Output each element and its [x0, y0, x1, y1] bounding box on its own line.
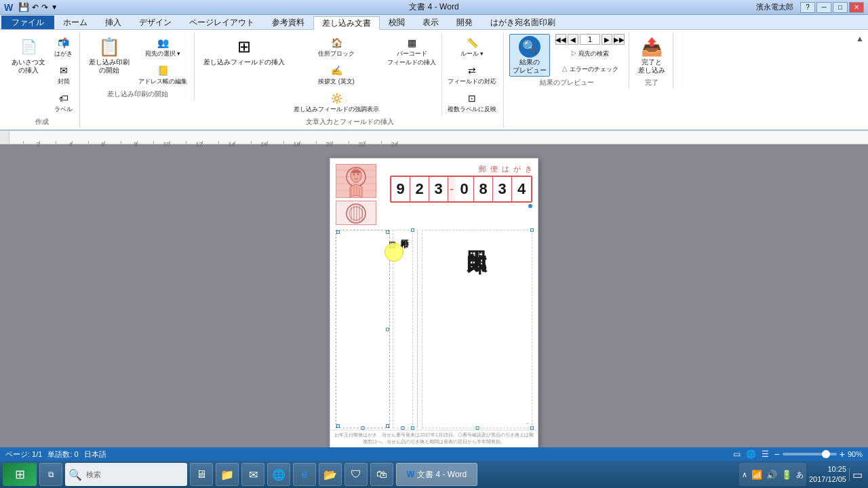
tab-insert[interactable]: 挿入 — [96, 16, 130, 29]
page-number-input[interactable] — [580, 34, 600, 45]
propagate-labels-label: 複数ラベルに反映 — [448, 105, 496, 114]
tab-references[interactable]: 参考資料 — [263, 16, 313, 29]
zoom-out-button[interactable]: − — [774, 449, 780, 460]
rules-button[interactable]: 📏 ルール ▾ — [445, 34, 499, 60]
select-recipients-label: 宛先の選択 ▾ — [145, 49, 181, 58]
ie-button[interactable]: e — [293, 463, 316, 486]
clock-date: 2017/12/05 — [809, 474, 846, 485]
match-fields-button[interactable]: ⇄ フィールドの対応 — [445, 62, 499, 88]
task-view-button[interactable]: ⧉ — [39, 463, 62, 486]
tab-view[interactable]: 表示 — [414, 16, 448, 29]
zoom-level[interactable]: 90% — [848, 450, 863, 458]
view-normal-icon[interactable]: ▭ — [733, 449, 741, 459]
mail-button[interactable]: ✉ — [241, 463, 264, 486]
tab-file[interactable]: ファイル — [1, 16, 54, 29]
maximize-button[interactable]: □ — [833, 2, 848, 13]
security-button[interactable]: 🛡 — [344, 463, 368, 486]
fields-group-content: ⊞ 差し込みフィールドの挿入 🏠 住所ブロック ✍ 挨拶文 (英文) 🔆 差し込… — [200, 34, 499, 116]
folder-button[interactable]: 📂 — [319, 463, 342, 486]
view-web-icon[interactable]: 🌐 — [746, 449, 756, 459]
edit-addressbook-button[interactable]: 📒 アドレス帳の編集 — [136, 62, 190, 88]
postal-digit-5: 8 — [474, 177, 493, 201]
zoom-slider-track[interactable] — [783, 453, 837, 455]
minimize-button[interactable]: ─ — [816, 2, 831, 13]
propagate-labels-icon: ⊡ — [465, 92, 479, 105]
find-recipient-button[interactable]: ▷ 宛先の検索 — [555, 47, 625, 60]
postcard-top: 郵 便 は が き 9 2 3 - 0 8 3 4 — [336, 164, 532, 225]
insert-field-icon: ⊞ — [233, 36, 255, 58]
create-group-content: 📄 あいさつ文の挿入 📬 はがき ✉ 封筒 🏷 ラベル — [8, 34, 75, 116]
redo-icon[interactable]: ↷ — [41, 3, 48, 12]
next-record-button[interactable]: ▶ — [601, 34, 612, 45]
browser-button[interactable]: 🌐 — [267, 463, 290, 486]
tab-mailings[interactable]: 差し込み文書 — [313, 16, 380, 30]
envelope-button[interactable]: ✉ 封筒 — [52, 62, 75, 88]
postal-code-box: 9 2 3 - 0 8 3 4 — [390, 176, 532, 203]
postcard-document: 郵 便 は が き 9 2 3 - 0 8 3 4 — [330, 158, 538, 470]
word-app-icon: W — [407, 470, 414, 479]
task-manager-button[interactable]: 🖥 — [190, 463, 213, 486]
tray-ime-icon[interactable]: あ — [796, 470, 804, 480]
zoom-in-button[interactable]: + — [840, 449, 845, 460]
greeting-line-button[interactable]: ✍ 挨拶文 (英文) — [291, 62, 382, 88]
finish-group-label: 完了 — [645, 78, 658, 87]
stamp-image-bottom — [336, 201, 376, 225]
label-button[interactable]: 🏷 ラベル — [52, 89, 75, 116]
clock-display[interactable]: 10:25 2017/12/05 — [809, 464, 846, 485]
ribbon-group-start: 📋 差し込み印刷の開始 👥 宛先の選択 ▾ 📒 アドレス帳の編集 差し込み印刷の… — [81, 33, 195, 100]
select-recipients-button[interactable]: 👥 宛先の選択 ▾ — [136, 34, 190, 60]
hagaki-icon: 📬 — [57, 36, 71, 49]
svg-point-7 — [357, 173, 359, 175]
postal-char-3: は — [502, 164, 509, 174]
dropdown-icon[interactable]: ▼ — [51, 3, 58, 11]
help-button[interactable]: ? — [800, 2, 815, 13]
word-taskbar-app[interactable]: W 文書 4 - Word — [396, 463, 477, 486]
tab-developer[interactable]: 開発 — [448, 16, 481, 29]
insert-field-button[interactable]: ⊞ 差し込みフィールドの挿入 — [200, 34, 288, 68]
search-button[interactable]: 🔍 検索 — [65, 463, 187, 486]
close-button[interactable]: ✕ — [849, 2, 864, 13]
explorer-button[interactable]: 📁 — [216, 463, 239, 486]
barcode-button[interactable]: ▦ バーコードフィールドの挿入 — [384, 34, 439, 69]
start-mailmerge-button[interactable]: 📋 差し込み印刷の開始 — [85, 34, 133, 77]
greeting-label: あいさつ文の挿入 — [12, 58, 45, 75]
zoom-bar: − + 90% — [774, 449, 863, 460]
prev-record-button[interactable]: ◀ — [568, 34, 578, 45]
tab-design[interactable]: デザイン — [130, 16, 180, 29]
address-block-button[interactable]: 🏠 住所ブロック — [291, 34, 382, 60]
hagaki-button[interactable]: 📬 はがき — [52, 34, 75, 60]
start-button[interactable]: ⊞ — [3, 463, 37, 486]
title-bar: W 💾 ↶ ↷ ▼ 文書 4 - Word 濱永電太郎 ? ─ □ ✕ — [0, 0, 868, 15]
check-errors-button[interactable]: △ エラーのチェック — [555, 63, 625, 76]
store-button[interactable]: 🛍 — [370, 463, 393, 486]
view-outline-icon[interactable]: ☰ — [762, 449, 769, 459]
tray-expand-icon[interactable]: ∧ — [742, 470, 747, 479]
tab-home[interactable]: ホーム — [54, 16, 96, 29]
propagate-labels-button[interactable]: ⊡ 複数ラベルに反映 — [445, 89, 499, 116]
word-logo-icon: W — [4, 2, 13, 13]
finish-merge-button[interactable]: 📤 完了と差し込み — [635, 34, 669, 77]
collapse-ribbon-button[interactable]: ▲ — [856, 34, 864, 43]
greeting-button[interactable]: 📄 あいさつ文の挿入 — [8, 34, 49, 77]
tab-postcard[interactable]: はがき宛名面印刷 — [481, 16, 564, 29]
quick-save-icon[interactable]: 💾 — [18, 2, 29, 12]
first-record-button[interactable]: ◀◀ — [555, 34, 566, 45]
last-record-button[interactable]: ▶▶ — [614, 34, 625, 45]
notice-text: お年玉付郵便はがき 当せん番号発表は2017年1月15日。◎番号確認及び景品の引… — [334, 432, 533, 444]
preview-group-content: 🔍 結果のプレビュー ◀◀ ◀ ▶ ▶▶ ▷ 宛先の検索 △ エラーのチェック — [509, 34, 625, 77]
show-desktop-button[interactable]: ▭ — [849, 468, 863, 481]
finish-merge-icon: 📤 — [641, 36, 663, 58]
tab-page-layout[interactable]: ページレイアウト — [180, 16, 263, 29]
postal-char-5: き — [525, 164, 532, 174]
tray-volume-icon[interactable]: 🔊 — [766, 470, 777, 480]
label-label: ラベル — [54, 105, 73, 114]
postal-label-row: 郵 便 は が き — [479, 164, 532, 174]
zoom-slider-thumb — [822, 450, 830, 458]
preview-results-button[interactable]: 🔍 結果のプレビュー — [509, 34, 550, 77]
tab-review[interactable]: 校閲 — [380, 16, 414, 29]
page-status: ページ: 1/1 — [5, 449, 42, 460]
finish-group-content: 📤 完了と差し込み — [635, 34, 669, 77]
undo-icon[interactable]: ↶ — [32, 3, 39, 12]
highlight-fields-button[interactable]: 🔆 差し込みフィールドの強調表示 — [291, 89, 382, 116]
sender-box — [336, 230, 390, 428]
